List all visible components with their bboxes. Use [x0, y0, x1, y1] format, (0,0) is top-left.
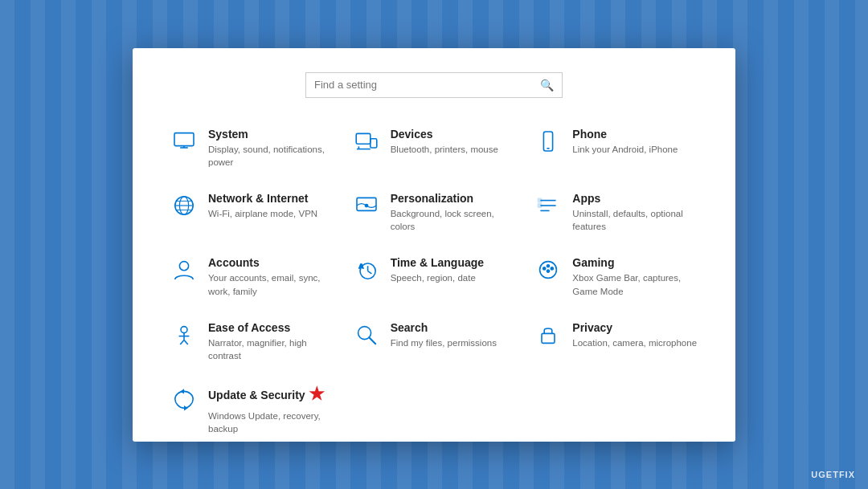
gaming-icon [534, 257, 563, 283]
setting-item-phone[interactable]: PhoneLink your Android, iPhone [529, 120, 703, 175]
setting-title-privacy: Privacy [572, 320, 697, 335]
setting-title-accounts: Accounts [208, 255, 334, 270]
watermark-logo: UGETFIX [811, 470, 855, 479]
svg-point-27 [543, 267, 546, 270]
setting-text-accounts: AccountsYour accounts, email, sync, work… [208, 255, 334, 297]
svg-rect-19 [538, 198, 542, 202]
star-badge: ★ [309, 383, 325, 406]
time-icon: A [352, 257, 381, 283]
setting-title-apps: Apps [572, 191, 698, 206]
system-icon [170, 128, 199, 154]
setting-item-update[interactable]: Update & Security★Windows Update, recove… [165, 378, 339, 442]
svg-point-21 [179, 262, 188, 271]
setting-title-network: Network & Internet [208, 191, 317, 206]
setting-desc-devices: Bluetooth, printers, mouse [391, 143, 498, 156]
setting-title-phone: Phone [572, 127, 678, 141]
setting-item-network[interactable]: Network & InternetWi-Fi, airplane mode, … [165, 185, 339, 239]
setting-desc-accounts: Your accounts, email, sync, work, family [208, 271, 334, 297]
svg-rect-4 [370, 138, 376, 147]
devices-icon [352, 128, 381, 154]
setting-desc-network: Wi-Fi, airplane mode, VPN [208, 207, 317, 220]
setting-item-gaming[interactable]: GamingXbox Game Bar, captures, Game Mode [529, 249, 703, 304]
setting-desc-search: Find my files, permissions [391, 336, 497, 349]
setting-text-system: SystemDisplay, sound, notifications, pow… [208, 127, 334, 169]
setting-item-ease[interactable]: Ease of AccessNarrator, magnifier, high … [165, 314, 339, 369]
setting-desc-time: Speech, region, date [391, 271, 484, 284]
setting-desc-update: Windows Update, recovery, backup [208, 410, 334, 435]
setting-text-phone: PhoneLink your Android, iPhone [572, 127, 678, 156]
setting-title-ease: Ease of Access [208, 320, 334, 335]
setting-desc-phone: Link your Android, iPhone [572, 143, 678, 156]
setting-text-devices: DevicesBluetooth, printers, mouse [391, 127, 498, 156]
search-bar[interactable]: 🔍 [305, 72, 563, 98]
search-icon [352, 322, 381, 348]
setting-item-time[interactable]: A Time & LanguageSpeech, region, date [347, 249, 522, 304]
setting-title-personalization: Personalization [391, 191, 517, 206]
setting-title-gaming: Gaming [572, 255, 698, 270]
svg-point-15 [365, 204, 367, 206]
svg-rect-3 [356, 133, 371, 144]
svg-rect-0 [174, 132, 194, 145]
ease-icon [170, 322, 199, 348]
setting-title-devices: Devices [391, 127, 498, 141]
apps-icon [534, 193, 563, 218]
phone-icon [534, 128, 563, 154]
setting-text-gaming: GamingXbox Game Bar, captures, Game Mode [572, 255, 698, 297]
svg-point-31 [181, 326, 187, 332]
setting-desc-system: Display, sound, notifications, power [208, 143, 334, 169]
setting-text-search: SearchFind my files, permissions [391, 320, 497, 349]
setting-item-accounts[interactable]: AccountsYour accounts, email, sync, work… [165, 249, 339, 304]
setting-title-system: System [208, 127, 334, 141]
settings-window: 🔍 SystemDisplay, sound, notifications, p… [133, 48, 735, 442]
search-icon: 🔍 [540, 79, 554, 92]
svg-point-29 [547, 265, 550, 267]
update-icon [170, 386, 199, 412]
setting-text-apps: AppsUninstall, defaults, optional featur… [572, 191, 698, 233]
setting-title-time: Time & Language [391, 255, 484, 270]
search-bar-container: 🔍 [165, 72, 703, 98]
setting-text-time: Time & LanguageSpeech, region, date [391, 255, 484, 284]
setting-item-devices[interactable]: DevicesBluetooth, printers, mouse [347, 120, 522, 175]
setting-title-update: Update & Security★ [208, 385, 334, 408]
setting-item-personalization[interactable]: PersonalizationBackground, lock screen, … [347, 185, 522, 239]
settings-grid: SystemDisplay, sound, notifications, pow… [165, 120, 703, 442]
setting-desc-personalization: Background, lock screen, colors [391, 207, 517, 233]
setting-text-privacy: PrivacyLocation, camera, microphone [572, 320, 697, 349]
network-icon [170, 193, 199, 218]
setting-item-privacy[interactable]: PrivacyLocation, camera, microphone [529, 314, 703, 369]
setting-desc-ease: Narrator, magnifier, high contrast [208, 336, 334, 362]
setting-title-search: Search [391, 320, 497, 335]
svg-line-33 [369, 337, 375, 344]
svg-text:A: A [358, 263, 363, 271]
svg-line-24 [367, 271, 371, 274]
personalization-icon [352, 193, 381, 218]
setting-item-apps[interactable]: AppsUninstall, defaults, optional featur… [529, 185, 703, 239]
setting-text-personalization: PersonalizationBackground, lock screen, … [391, 191, 517, 233]
setting-item-search[interactable]: SearchFind my files, permissions [347, 314, 522, 369]
svg-point-30 [547, 270, 550, 272]
svg-rect-20 [538, 203, 542, 207]
setting-text-ease: Ease of AccessNarrator, magnifier, high … [208, 320, 334, 362]
setting-desc-gaming: Xbox Game Bar, captures, Game Mode [572, 271, 698, 297]
privacy-icon [534, 322, 563, 348]
svg-point-28 [551, 267, 554, 270]
setting-text-update: Update & Security★Windows Update, recove… [208, 385, 334, 435]
accounts-icon [170, 257, 199, 283]
search-input[interactable] [314, 79, 540, 91]
svg-rect-34 [542, 333, 555, 343]
setting-desc-apps: Uninstall, defaults, optional features [572, 207, 698, 233]
setting-desc-privacy: Location, camera, microphone [572, 336, 697, 349]
setting-text-network: Network & InternetWi-Fi, airplane mode, … [208, 191, 317, 220]
setting-item-system[interactable]: SystemDisplay, sound, notifications, pow… [165, 120, 339, 175]
